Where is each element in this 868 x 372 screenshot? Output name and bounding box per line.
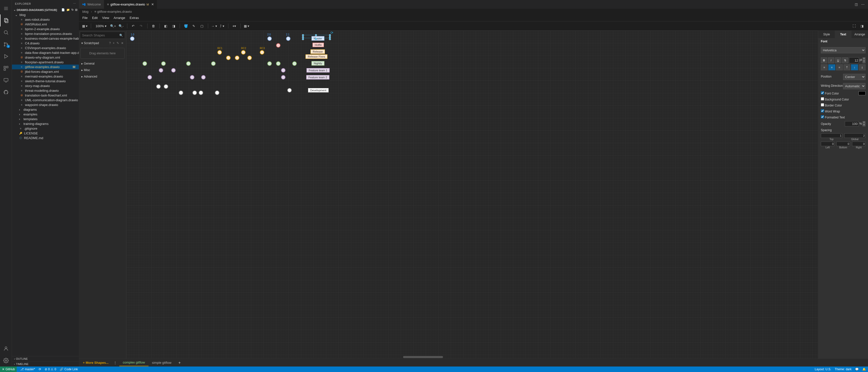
folder-item[interactable]: ›training-diagrams bbox=[12, 122, 79, 126]
commit-node[interactable] bbox=[156, 84, 161, 89]
delete-icon[interactable]: 🗑 bbox=[150, 23, 157, 29]
section-general[interactable]: ▸ General bbox=[79, 60, 126, 67]
vertical-button[interactable]: ⇅ bbox=[842, 57, 848, 63]
run-debug-icon[interactable] bbox=[0, 50, 12, 62]
commit-node[interactable] bbox=[276, 61, 280, 66]
shadow-icon[interactable]: ▢ bbox=[198, 23, 206, 29]
back-icon[interactable]: ◨ bbox=[170, 23, 177, 29]
folder-blog[interactable]: ⌄blog bbox=[12, 12, 79, 17]
status-feedback-icon[interactable]: 💬 bbox=[855, 368, 859, 371]
tab-welcome[interactable]: Welcome bbox=[79, 0, 104, 9]
commit-node[interactable] bbox=[192, 91, 197, 95]
file-item[interactable]: ⦿jtbd-forces-diagram.xml bbox=[12, 69, 79, 74]
align-left-button[interactable]: ≡ bbox=[821, 64, 828, 70]
fullscreen-icon[interactable]: ⛶ bbox=[850, 23, 858, 29]
undo-icon[interactable]: ↶ bbox=[130, 23, 137, 29]
branch-label-dev[interactable]: Development bbox=[308, 88, 329, 93]
file-item[interactable]: ⓘREADME.md bbox=[12, 136, 79, 140]
search-icon[interactable] bbox=[0, 27, 12, 38]
file-item[interactable]: ≡sketch-theme-tutorial.drawio bbox=[12, 79, 79, 83]
explorer-more-icon[interactable]: ⋯ bbox=[73, 2, 76, 5]
timeline-section[interactable]: ›TIMELINE bbox=[12, 361, 79, 367]
line-icon[interactable]: ✎ bbox=[190, 23, 197, 29]
zoom-in-icon[interactable]: 🔍+ bbox=[110, 23, 117, 29]
commit-node[interactable] bbox=[159, 68, 163, 73]
spacing-bottom-input[interactable] bbox=[836, 142, 850, 146]
commit-node[interactable] bbox=[199, 91, 203, 95]
file-item[interactable]: ≡data-flow-diagram-habit-tracker-app.d..… bbox=[12, 50, 79, 55]
status-problems[interactable]: ⊘ 0 ⚠ 0 bbox=[45, 368, 56, 371]
source-control-icon[interactable]: 1 bbox=[0, 38, 12, 50]
commit-node[interactable] bbox=[148, 75, 152, 79]
commit-node[interactable] bbox=[161, 61, 166, 66]
status-codelink[interactable]: 🔗 Code Link bbox=[60, 368, 78, 371]
canvas-scrollbar[interactable] bbox=[403, 356, 443, 358]
tab-style[interactable]: Style bbox=[818, 31, 835, 38]
scratchpad-section[interactable]: ▾ Scratchpad?+✎✕ bbox=[79, 40, 126, 46]
file-item[interactable]: ⦿drawio-why-diagram.xml bbox=[12, 55, 79, 60]
split-editor-icon[interactable]: ◫ bbox=[855, 2, 858, 6]
menu-extras[interactable]: Extras bbox=[130, 16, 139, 20]
commit-node[interactable] bbox=[267, 36, 272, 41]
new-folder-icon[interactable]: 📁 bbox=[66, 8, 70, 11]
folder-item[interactable]: ›templates bbox=[12, 117, 79, 122]
branch-label-hotfix[interactable]: Hotfix bbox=[312, 43, 324, 47]
zoom-level[interactable]: 100% ▾ bbox=[94, 24, 108, 28]
spacing-global-input[interactable] bbox=[844, 133, 866, 138]
front-icon[interactable]: ◧ bbox=[162, 23, 169, 29]
tab-arrange[interactable]: Arrange bbox=[851, 31, 868, 38]
commit-node[interactable] bbox=[247, 56, 252, 60]
commit-node[interactable] bbox=[281, 68, 285, 73]
format-panel-icon[interactable]: ◨ bbox=[859, 23, 866, 29]
file-item[interactable]: ≡UML-communication-diagram.drawio bbox=[12, 98, 79, 102]
commit-node[interactable] bbox=[201, 75, 206, 79]
branch-label-ft1[interactable]: Feature team 1 bbox=[307, 68, 330, 73]
fill-icon[interactable]: 🪣 bbox=[182, 23, 189, 29]
canvas[interactable]: 1.0 2.0 2.1 RC1 RC2 RC3 bbox=[126, 31, 818, 359]
bg-color-checkbox[interactable] bbox=[821, 97, 824, 100]
file-item[interactable]: ≡bpmn-2-example.drawio bbox=[12, 27, 79, 31]
commit-node[interactable] bbox=[130, 36, 134, 41]
status-bell-icon[interactable]: 🔔 bbox=[862, 368, 866, 371]
menu-icon[interactable] bbox=[0, 2, 12, 14]
new-file-icon[interactable]: 📄 bbox=[61, 8, 65, 11]
commit-node[interactable] bbox=[190, 75, 194, 79]
insert-icon[interactable]: + ▾ bbox=[231, 23, 238, 29]
commit-node[interactable] bbox=[276, 43, 280, 47]
commit-node[interactable] bbox=[241, 50, 246, 55]
branch-label-nightly[interactable]: Nightly bbox=[311, 61, 324, 66]
status-github[interactable]: ✕ GitHub bbox=[0, 367, 17, 372]
scratchpad-dropzone[interactable]: Drag elements here bbox=[80, 48, 125, 59]
file-item[interactable]: ≡C4.drawio bbox=[12, 41, 79, 46]
search-icon[interactable]: 🔍 bbox=[119, 34, 123, 37]
menu-edit[interactable]: Edit bbox=[92, 16, 98, 20]
commit-node[interactable] bbox=[186, 61, 191, 66]
more-shapes-button[interactable]: + More Shapes... bbox=[80, 359, 111, 366]
status-sync[interactable]: ⟳ bbox=[39, 368, 41, 371]
tab-gitflow[interactable]: ≡ gitflow-examples.drawio M ✕ bbox=[104, 0, 157, 9]
branch-label-ft2[interactable]: Feature team 2 bbox=[306, 75, 330, 79]
commit-node[interactable] bbox=[281, 75, 285, 79]
align-center-button[interactable]: ≡ bbox=[828, 64, 835, 70]
file-item[interactable]: ≡gitflow-examples.drawioM bbox=[12, 65, 79, 69]
menu-file[interactable]: File bbox=[82, 16, 88, 20]
menu-arrange[interactable]: Arrange bbox=[114, 16, 125, 20]
bold-button[interactable]: B bbox=[821, 57, 827, 63]
spacing-top-input[interactable] bbox=[821, 133, 842, 138]
writing-direction-select[interactable]: Automatic bbox=[843, 83, 866, 89]
search-shapes-input[interactable] bbox=[80, 32, 125, 39]
editor-more-icon[interactable]: ⋯ bbox=[861, 2, 865, 6]
pages-menu[interactable]: ⋮ bbox=[111, 361, 119, 365]
valign-top-button[interactable]: ⤒ bbox=[843, 64, 850, 70]
commit-node[interactable] bbox=[267, 61, 272, 66]
file-item[interactable]: 🔑LICENSE bbox=[12, 131, 79, 136]
underline-button[interactable]: U bbox=[835, 57, 841, 63]
explorer-icon[interactable] bbox=[0, 14, 12, 27]
border-color-checkbox[interactable] bbox=[821, 103, 824, 106]
account-icon[interactable] bbox=[0, 343, 12, 354]
commit-node[interactable] bbox=[171, 68, 176, 73]
chevron-down-icon[interactable]: ⌄ bbox=[13, 8, 16, 11]
close-icon[interactable]: ✕ bbox=[151, 2, 154, 6]
position-select[interactable]: Center bbox=[843, 74, 866, 80]
file-item[interactable]: ≡story-map.drawio bbox=[12, 83, 79, 88]
